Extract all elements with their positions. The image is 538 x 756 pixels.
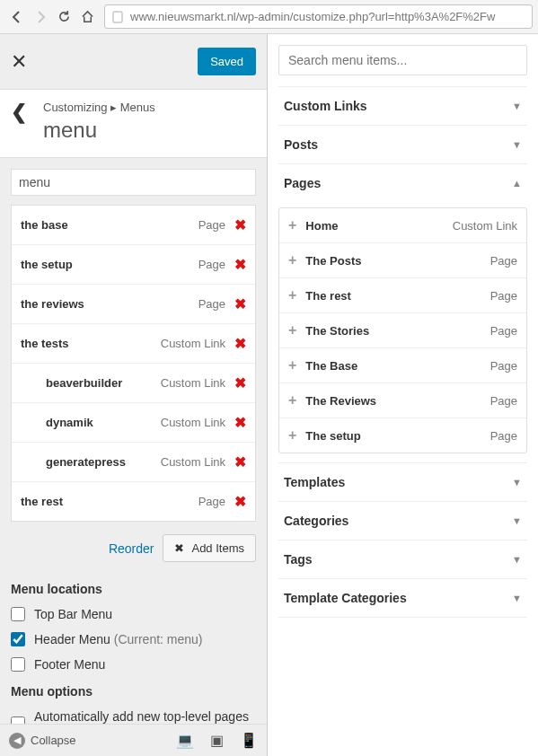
remove-icon[interactable]: ✖ bbox=[234, 414, 246, 431]
menu-item[interactable]: the restPage✖ bbox=[12, 482, 255, 521]
auto-add-row[interactable]: Automatically add new top-level pages to… bbox=[0, 704, 267, 724]
available-item[interactable]: +The setupPage bbox=[279, 418, 526, 453]
available-item-type: Page bbox=[490, 394, 517, 408]
available-item-label: The rest bbox=[305, 289, 351, 303]
menu-locations-heading: Menu locations bbox=[0, 575, 267, 602]
desktop-icon[interactable]: 💻 bbox=[176, 732, 194, 749]
browser-home-icon[interactable] bbox=[75, 5, 99, 29]
menu-item-type: Custom Link bbox=[161, 416, 225, 429]
remove-icon[interactable]: ✖ bbox=[234, 216, 246, 233]
browser-back-icon[interactable] bbox=[5, 5, 29, 29]
available-item[interactable]: +The restPage bbox=[279, 278, 526, 313]
menu-location-label: Top Bar Menu bbox=[34, 607, 112, 621]
auto-add-checkbox[interactable] bbox=[11, 716, 25, 724]
menu-location-label: Footer Menu bbox=[34, 657, 105, 672]
plus-icon: + bbox=[288, 357, 296, 374]
available-item[interactable]: +The PostsPage bbox=[279, 243, 526, 278]
accordion-title: Template Categories bbox=[284, 591, 407, 605]
menu-location-label: Header Menu (Current: menu) bbox=[34, 632, 203, 646]
svg-rect-0 bbox=[113, 12, 122, 22]
mobile-icon[interactable]: 📱 bbox=[240, 732, 258, 749]
search-input[interactable] bbox=[278, 45, 527, 75]
saved-button: Saved bbox=[198, 48, 256, 75]
available-item[interactable]: +The BasePage bbox=[279, 348, 526, 383]
browser-reload-icon[interactable] bbox=[52, 5, 75, 29]
menu-item-type: Page bbox=[198, 495, 225, 508]
available-item-type: Page bbox=[490, 429, 517, 443]
remove-icon[interactable]: ✖ bbox=[234, 295, 246, 312]
accordion-header[interactable]: Posts▼ bbox=[278, 126, 527, 163]
available-item-label: The Base bbox=[305, 359, 357, 373]
menu-location-current: (Current: menu) bbox=[110, 632, 203, 646]
customizer-footer: ◀ Collapse 💻 ▣ 📱 bbox=[0, 724, 267, 756]
back-button[interactable]: ❮ bbox=[11, 101, 43, 124]
menu-item[interactable]: generatepressCustom Link✖ bbox=[12, 443, 255, 482]
collapse-icon: ◀ bbox=[9, 733, 25, 749]
menu-item[interactable]: the reviewsPage✖ bbox=[12, 285, 255, 324]
menu-location-checkbox[interactable] bbox=[11, 632, 25, 646]
menu-item-type: Custom Link bbox=[161, 337, 225, 350]
page-icon bbox=[110, 10, 125, 24]
accordion-section: Tags▼ bbox=[278, 541, 527, 579]
available-item[interactable]: +The ReviewsPage bbox=[279, 383, 526, 418]
url-text: www.nieuwsmarkt.nl/wp-admin/customize.ph… bbox=[130, 10, 495, 23]
accordion-section: Custom Links▼ bbox=[278, 87, 527, 126]
remove-icon[interactable]: ✖ bbox=[234, 453, 246, 470]
chevron-up-icon: ▲ bbox=[512, 178, 522, 189]
accordion-section: Posts▼ bbox=[278, 126, 527, 164]
chevron-down-icon: ▼ bbox=[512, 101, 522, 111]
remove-icon[interactable]: ✖ bbox=[234, 256, 246, 273]
menu-item-label: the setup bbox=[21, 258, 73, 271]
collapse-button[interactable]: ◀ Collapse bbox=[9, 733, 76, 749]
chevron-down-icon: ▼ bbox=[512, 515, 522, 526]
menu-item-type: Page bbox=[198, 258, 225, 271]
menu-item[interactable]: dynamikCustom Link✖ bbox=[12, 403, 255, 443]
chevron-down-icon: ▼ bbox=[512, 139, 522, 150]
accordion-title: Custom Links bbox=[284, 99, 367, 113]
chevron-down-icon: ▼ bbox=[512, 593, 522, 603]
auto-add-label: Automatically add new top-level pages to… bbox=[34, 709, 250, 724]
menu-location-row[interactable]: Footer Menu bbox=[0, 652, 267, 677]
menu-items-list: the basePage✖the setupPage✖the reviewsPa… bbox=[11, 205, 256, 522]
menu-name-input[interactable] bbox=[11, 169, 256, 196]
remove-icon[interactable]: ✖ bbox=[234, 493, 246, 510]
accordion-section: Template Categories▼ bbox=[278, 579, 527, 618]
available-items-panel: Custom Links▼Posts▼Pages▲+HomeCustom Lin… bbox=[268, 34, 538, 756]
reorder-link[interactable]: Reorder bbox=[109, 541, 154, 556]
available-item[interactable]: +HomeCustom Link bbox=[279, 208, 526, 243]
menu-item[interactable]: the basePage✖ bbox=[12, 206, 255, 245]
accordion-header[interactable]: Templates▼ bbox=[278, 463, 527, 501]
menu-location-row[interactable]: Header Menu (Current: menu) bbox=[0, 627, 267, 652]
remove-icon[interactable]: ✖ bbox=[234, 335, 246, 352]
menu-item-type: Page bbox=[198, 297, 225, 311]
accordion-section: Templates▼ bbox=[278, 463, 527, 502]
plus-icon: + bbox=[288, 427, 296, 444]
accordion-header[interactable]: Template Categories▼ bbox=[278, 579, 527, 617]
available-item-label: The Posts bbox=[305, 254, 361, 268]
close-icon[interactable]: ✕ bbox=[11, 52, 27, 72]
accordion-header[interactable]: Categories▼ bbox=[278, 502, 527, 540]
accordion-header[interactable]: Tags▼ bbox=[278, 541, 527, 578]
breadcrumb-part: Customizing bbox=[43, 101, 108, 114]
available-item-type: Page bbox=[490, 359, 517, 373]
menu-location-row[interactable]: Top Bar Menu bbox=[0, 602, 267, 627]
add-items-button[interactable]: ✖ Add Items bbox=[163, 534, 256, 562]
browser-forward-icon[interactable] bbox=[29, 5, 52, 29]
tablet-icon[interactable]: ▣ bbox=[210, 732, 224, 749]
accordion-header[interactable]: Custom Links▼ bbox=[278, 87, 527, 125]
menu-location-checkbox[interactable] bbox=[11, 657, 25, 672]
menu-item[interactable]: the testsCustom Link✖ bbox=[12, 324, 255, 364]
breadcrumb-part: Menus bbox=[120, 101, 155, 114]
menu-item[interactable]: the setupPage✖ bbox=[12, 245, 255, 285]
menu-item[interactable]: beaverbuilderCustom Link✖ bbox=[12, 364, 255, 403]
close-icon: ✖ bbox=[174, 541, 184, 555]
menu-item-type: Custom Link bbox=[161, 455, 225, 469]
customizer-panel: ✕ Saved ❮ Customizing ▸ Menus menu the b… bbox=[0, 34, 268, 756]
remove-icon[interactable]: ✖ bbox=[234, 374, 246, 391]
accordion-header[interactable]: Pages▲ bbox=[278, 164, 527, 202]
available-item[interactable]: +The StoriesPage bbox=[279, 313, 526, 348]
menu-item-label: generatepress bbox=[46, 455, 126, 469]
menu-location-checkbox[interactable] bbox=[11, 607, 25, 621]
url-bar[interactable]: www.nieuwsmarkt.nl/wp-admin/customize.ph… bbox=[104, 4, 533, 29]
available-item-label: Home bbox=[305, 219, 338, 233]
